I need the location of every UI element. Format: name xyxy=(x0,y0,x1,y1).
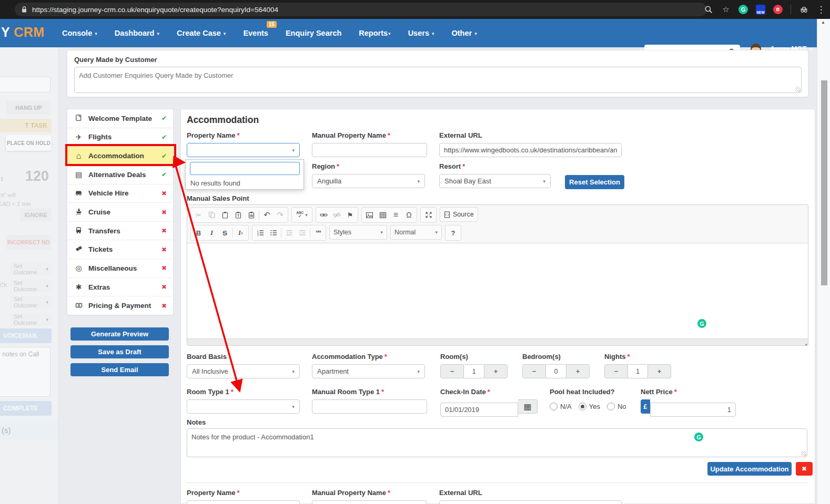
url-bar[interactable]: https://staging.journey-crm.co.uk/enquir… xyxy=(15,3,707,16)
cut-icon[interactable]: ✂ xyxy=(192,209,205,221)
nav-item-dashboard[interactable]: Dashboard▾ xyxy=(115,29,159,37)
browser-zoom-icon[interactable] xyxy=(704,5,713,14)
grammarly-extension-icon[interactable]: G xyxy=(738,5,748,14)
undo-icon[interactable]: ↶ xyxy=(260,209,274,221)
plus-button[interactable]: + xyxy=(566,364,590,378)
scrollbar-thumb[interactable] xyxy=(821,80,827,285)
next-property-name-select[interactable]: ▾ xyxy=(187,500,300,504)
room-type-select[interactable]: ▾ xyxy=(187,399,300,414)
resort-select[interactable]: Shoal Bay East▾ xyxy=(439,174,551,188)
minus-button[interactable]: − xyxy=(604,364,628,378)
tab-accommodation[interactable]: ⌂ Accommodation✔ xyxy=(67,147,173,166)
property-name-select[interactable]: ▾ xyxy=(187,143,300,157)
editor-content-area[interactable]: G xyxy=(187,243,808,338)
set-outcome-dropdown[interactable]: Set Outcome▾ xyxy=(10,263,52,275)
accommodation-type-select[interactable]: Apartment▾ xyxy=(312,364,425,378)
styles-dropdown[interactable]: Styles▾ xyxy=(329,225,387,240)
set-outcome-dropdown[interactable]: Set Outcome▾ xyxy=(10,280,52,292)
paragraph-format-dropdown[interactable]: Normal▾ xyxy=(390,225,442,240)
nav-item-create-case[interactable]: Create Case▾ xyxy=(177,29,226,37)
italic-icon[interactable]: I xyxy=(205,227,218,239)
plus-button[interactable]: + xyxy=(484,364,508,378)
spell-check-icon[interactable]: ABC✔ ▾ xyxy=(293,209,311,221)
nav-item-events[interactable]: Events15 xyxy=(243,29,268,37)
pool-heat-yes-radio[interactable]: Yes xyxy=(579,403,600,410)
calendar-icon[interactable]: ▦ xyxy=(518,399,538,414)
next-external-url-input[interactable] xyxy=(439,500,622,504)
editor-resize-handle[interactable]: ◢ xyxy=(803,342,807,346)
nav-item-users[interactable]: Users▾ xyxy=(408,29,434,37)
paste-as-text-icon[interactable]: T xyxy=(231,209,245,221)
tab-cruise[interactable]: Cruise✖ xyxy=(67,203,173,222)
region-select[interactable]: Anguilla▾ xyxy=(312,174,425,188)
manual-room-type-input[interactable] xyxy=(312,399,427,414)
nav-item-enquiry-search[interactable]: Enquiry Search xyxy=(286,29,341,37)
reset-selection-button[interactable]: Reset Selection xyxy=(565,175,624,189)
call-notes-textarea[interactable] xyxy=(0,347,50,397)
update-accommodation-button[interactable]: Update Accommodation xyxy=(707,462,792,476)
decrease-indent-icon[interactable] xyxy=(282,227,296,239)
pool-heat-na-radio[interactable]: N/A xyxy=(550,403,572,410)
tab-transfers[interactable]: Transfers✖ xyxy=(67,222,173,241)
plus-button[interactable]: + xyxy=(647,364,671,378)
nights-value[interactable]: 1 xyxy=(628,364,647,378)
maximize-icon[interactable] xyxy=(422,209,435,221)
generate-preview-button[interactable]: Generate Preview xyxy=(70,327,169,341)
page-scrollbar[interactable]: ▲ xyxy=(817,19,830,504)
complete-button[interactable]: COMPLETE xyxy=(0,401,52,416)
editor-help-icon[interactable]: ? xyxy=(447,227,460,239)
special-char-icon[interactable]: Ω xyxy=(402,209,416,221)
paste-from-word-icon[interactable]: W xyxy=(245,209,258,221)
tab-miscellaneous[interactable]: ◎ Miscellaneous✖ xyxy=(67,259,173,278)
tab-extras[interactable]: ✱ Extras✖ xyxy=(67,278,173,297)
rail-input[interactable] xyxy=(0,77,50,92)
incorrect-no-button[interactable]: INCORRECT NO xyxy=(6,235,52,250)
tab-pricing-payment[interactable]: Pricing & Payment✖ xyxy=(67,296,173,315)
blockquote-icon[interactable]: ”” xyxy=(311,227,325,239)
remove-product-button[interactable]: ✖ xyxy=(796,462,813,476)
set-outcome-dropdown[interactable]: Set Outcome▾ xyxy=(10,296,52,308)
hang-up-button[interactable]: HANG UP xyxy=(6,101,51,115)
set-outcome-dropdown[interactable]: Set Outcome▾ xyxy=(10,313,52,326)
check-in-date-input[interactable] xyxy=(440,403,518,417)
nav-item-other[interactable]: Other▾ xyxy=(451,29,477,37)
paste-icon[interactable] xyxy=(218,209,231,221)
link-icon[interactable] xyxy=(317,209,330,221)
grammarly-icon[interactable]: G xyxy=(694,433,703,441)
app-logo[interactable]: Y CRM xyxy=(1,25,45,40)
numbered-list-icon[interactable]: 123 xyxy=(254,227,267,239)
image-icon[interactable] xyxy=(363,209,376,221)
remove-format-icon[interactable]: Ix xyxy=(234,227,247,239)
pool-heat-no-radio[interactable]: No xyxy=(607,403,626,410)
nett-price-input[interactable] xyxy=(650,403,736,417)
tab-welcome-template[interactable]: Welcome Template✔ xyxy=(67,109,173,128)
voicemail-button[interactable]: VOICEMAIL xyxy=(0,328,52,343)
grammarly-icon[interactable]: G xyxy=(697,319,706,328)
tab-flights[interactable]: ✈ Flights✔ xyxy=(67,128,173,147)
query-textarea[interactable] xyxy=(74,67,802,93)
table-icon[interactable] xyxy=(376,209,389,221)
tab-vehicle-hire[interactable]: Vehicle Hire✖ xyxy=(67,184,173,203)
increase-indent-icon[interactable] xyxy=(296,227,309,239)
send-email-button[interactable]: Send Email xyxy=(70,363,169,376)
nav-item-console[interactable]: Console▾ xyxy=(62,29,97,37)
minus-button[interactable]: − xyxy=(440,364,464,378)
resize-handle[interactable] xyxy=(801,451,806,456)
notes-textarea[interactable]: Notes for the product - Accommodation1 xyxy=(187,428,807,457)
source-button[interactable]: Source xyxy=(440,207,478,222)
resize-handle[interactable] xyxy=(795,87,801,92)
property-search-input[interactable] xyxy=(190,162,300,175)
new-extension-icon[interactable]: NEW xyxy=(756,5,765,15)
editor-scrollbar[interactable]: ◢ xyxy=(187,338,808,346)
horizontal-rule-icon[interactable]: ≡ xyxy=(389,209,402,221)
rooms-value[interactable]: 1 xyxy=(464,364,484,378)
tab-tickets[interactable]: Tickets✖ xyxy=(67,240,173,259)
board-basis-select[interactable]: All Inclusive▾ xyxy=(187,364,300,378)
tab-alternative-deals[interactable]: ▤ Alternative Deals✔ xyxy=(67,166,173,184)
anchor-flag-icon[interactable]: ⚑ xyxy=(343,209,357,221)
minus-button[interactable]: − xyxy=(522,364,546,378)
bedrooms-value[interactable]: 0 xyxy=(546,364,566,378)
red-extension-icon[interactable]: B xyxy=(773,5,783,14)
unlink-icon[interactable] xyxy=(330,209,343,221)
bulleted-list-icon[interactable] xyxy=(267,227,280,239)
